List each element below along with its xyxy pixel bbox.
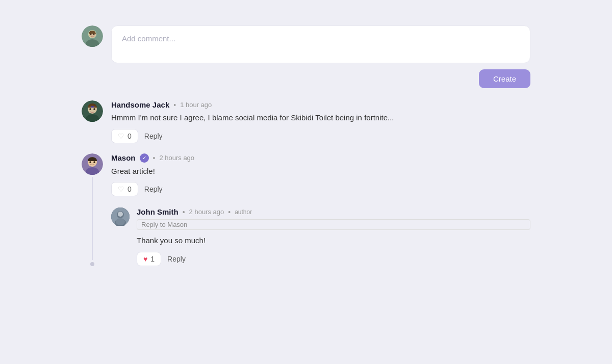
comment-1-content: Handsome Jack • 1 hour ago Hmmm I'm not …: [111, 100, 530, 143]
john-reply-text: Thank you so much!: [137, 235, 530, 247]
mason-like-button[interactable]: ♡ 0: [111, 182, 138, 196]
mason-comment-header: Mason ✓ • 2 hours ago: [111, 153, 530, 163]
john-like-count: 1: [150, 255, 155, 263]
john-author: John Smith: [137, 207, 178, 216]
svg-point-15: [93, 161, 95, 163]
mason-time: 2 hours ago: [159, 154, 194, 162]
comments-container: Create Handsome Jack: [82, 25, 530, 276]
mason-comment-text: Great article!: [111, 166, 530, 177]
comment-1-reply-button[interactable]: Reply: [144, 132, 163, 140]
comment-1-avatar: [82, 100, 103, 122]
mason-author: Mason: [111, 153, 136, 162]
john-reply-button[interactable]: Reply: [167, 255, 186, 263]
svg-point-14: [89, 161, 91, 163]
john-reply-actions: ♥ 1 Reply: [137, 252, 530, 266]
mason-verified-badge: ✓: [140, 153, 149, 163]
mason-reply-button[interactable]: Reply: [144, 185, 163, 193]
svg-point-21: [116, 218, 125, 225]
current-user-avatar: [82, 25, 103, 47]
comment-1-actions: ♡ 0 Reply: [111, 129, 530, 143]
mason-like-count: 0: [128, 185, 132, 193]
comment-input-box[interactable]: [111, 25, 530, 63]
john-dot2: •: [228, 208, 231, 216]
john-author-badge: author: [235, 209, 252, 216]
svg-point-4: [90, 34, 92, 35]
add-comment-row: [82, 25, 530, 63]
svg-rect-11: [91, 106, 94, 108]
svg-point-20: [118, 212, 123, 217]
mason-thread-wrapper: [82, 153, 103, 266]
create-button[interactable]: Create: [479, 69, 530, 88]
comment-input[interactable]: [122, 34, 520, 55]
mason-avatar: [82, 153, 103, 175]
comment-1-heart-icon: ♡: [118, 132, 124, 140]
john-reply-header: John Smith • 2 hours ago • author: [137, 207, 530, 216]
reply-to-mason-tag: Reply to Mason: [137, 219, 530, 230]
comment-1-like-count: 0: [128, 132, 132, 140]
john-reply-content: John Smith • 2 hours ago • author Reply …: [137, 207, 530, 266]
comment-1-header: Handsome Jack • 1 hour ago: [111, 100, 530, 109]
svg-point-5: [93, 34, 95, 35]
comment-1-time: 1 hour ago: [180, 101, 212, 109]
comment-item: Handsome Jack • 1 hour ago Hmmm I'm not …: [82, 100, 530, 143]
mason-comment-content: Mason ✓ • 2 hours ago Great article! ♡ 0…: [111, 153, 530, 266]
comment-1-author: Handsome Jack: [111, 100, 169, 109]
john-reply-item: John Smith • 2 hours ago • author Reply …: [111, 207, 530, 266]
john-like-button[interactable]: ♥ 1: [137, 252, 161, 266]
comment-1-dot: •: [173, 101, 176, 109]
mason-comment-actions: ♡ 0 Reply: [111, 182, 530, 196]
mason-heart-icon: ♡: [118, 185, 124, 193]
mason-thread-line: [92, 177, 93, 260]
thread-wrapper: [82, 100, 103, 143]
comment-item: Mason ✓ • 2 hours ago Great article! ♡ 0…: [82, 153, 530, 266]
john-smith-avatar: [111, 207, 130, 226]
mason-dot: •: [153, 154, 156, 162]
svg-point-8: [89, 108, 91, 110]
comment-1-like-button[interactable]: ♡ 0: [111, 129, 138, 143]
john-heart-icon: ♥: [143, 255, 147, 263]
comment-1-text: Hmmm I'm not sure I agree, I blame socia…: [111, 112, 530, 124]
john-dot: •: [183, 208, 185, 216]
john-time: 2 hours ago: [189, 208, 224, 216]
mason-thread-dot: [90, 262, 94, 266]
create-button-row: Create: [82, 69, 530, 88]
svg-point-9: [93, 108, 95, 110]
